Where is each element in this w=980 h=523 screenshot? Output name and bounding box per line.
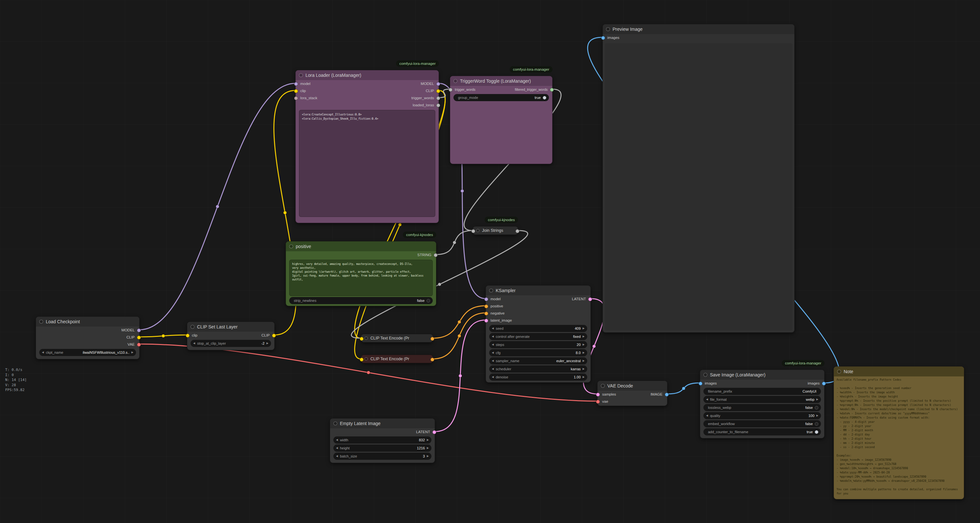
input-port-samples[interactable] (596, 393, 600, 396)
link-midpoint-dot[interactable] (682, 387, 685, 390)
collapse-toggle-icon[interactable] (606, 27, 610, 31)
prev-arrow-icon[interactable]: ◀ (492, 376, 494, 379)
link-midpoint-dot[interactable] (162, 334, 165, 338)
link-midpoint-dot[interactable] (459, 374, 462, 377)
node-header[interactable]: CLIP Text Encode (Pr (361, 334, 433, 342)
collapse-toggle-icon[interactable] (299, 73, 303, 77)
output-port-images[interactable] (822, 382, 826, 385)
next-arrow-icon[interactable]: ▶ (427, 447, 429, 449)
link-midpoint-dot[interactable] (458, 320, 461, 323)
collapse-toggle-icon[interactable] (39, 320, 43, 323)
next-arrow-icon[interactable]: ▶ (583, 352, 585, 354)
collapse-toggle-icon[interactable] (289, 244, 293, 248)
lora-text-widget[interactable]: <lora:CreateConcept_Illustrious:0.8> <lo… (299, 110, 435, 217)
prev-arrow-icon[interactable]: ◀ (492, 360, 494, 362)
output-port-string[interactable] (434, 253, 438, 257)
collapse-toggle-icon[interactable] (364, 357, 368, 361)
link-midpoint-dot[interactable] (438, 283, 441, 286)
toggle-indicator[interactable] (815, 430, 818, 434)
output-port-conditioning[interactable] (430, 337, 434, 341)
widget-strip-newlines[interactable]: strip_newlines false (289, 297, 433, 304)
next-arrow-icon[interactable]: ▶ (583, 327, 585, 330)
widget-sampler-name[interactable]: ◀ sampler_name euler_ancestral ▶ (489, 357, 587, 365)
node-header[interactable]: positive (286, 242, 436, 251)
widget-steps[interactable]: ◀ steps 20 ▶ (489, 341, 587, 348)
next-arrow-icon[interactable]: ▶ (583, 343, 585, 346)
widget-lossless-webp[interactable]: lossless_webp false (703, 404, 821, 411)
prompt-text-widget[interactable]: highres, very detailed, amazing quality,… (289, 260, 433, 296)
node-header[interactable]: CLIP Text Encode (Pr (361, 355, 433, 363)
input-port-clip[interactable] (186, 334, 189, 338)
prev-arrow-icon[interactable]: ◀ (42, 351, 44, 354)
next-arrow-icon[interactable]: ▶ (583, 335, 585, 338)
prev-arrow-icon[interactable]: ◀ (492, 327, 494, 330)
node-clip-text-encode-positive[interactable]: CLIP Text Encode (Pr (361, 334, 433, 342)
node-triggerword-toggle[interactable]: TriggerWord Toggle (LoraManager) trigger… (450, 76, 552, 164)
node-save-image[interactable]: Save Image (LoraManager) images images f… (700, 369, 824, 438)
output-port-vae[interactable] (137, 343, 141, 347)
widget-width[interactable]: ◀ width 832 ▶ (333, 436, 431, 444)
node-header[interactable]: Note (834, 367, 964, 376)
node-header[interactable]: Preview Image (603, 24, 794, 34)
collapse-toggle-icon[interactable] (364, 336, 368, 340)
next-arrow-icon[interactable]: ▶ (583, 360, 585, 362)
next-arrow-icon[interactable]: ▶ (816, 414, 818, 417)
output-port-trigger-words[interactable] (436, 96, 440, 100)
node-empty-latent-image[interactable]: Empty Latent Image LATENT ◀ width 832 ▶ … (330, 418, 435, 463)
collapse-toggle-icon[interactable] (453, 79, 457, 83)
widget-cfg[interactable]: ◀ cfg 8.0 ▶ (489, 349, 587, 357)
prev-arrow-icon[interactable]: ◀ (706, 414, 708, 417)
node-note[interactable]: Note Available filename_prefix Pattern C… (834, 366, 964, 499)
widget-denoise[interactable]: ◀ denoise 1.00 ▶ (489, 374, 587, 381)
next-arrow-icon[interactable]: ▶ (427, 439, 429, 441)
output-port-clip[interactable] (272, 334, 276, 338)
link-midpoint-dot[interactable] (283, 211, 286, 214)
collapse-toggle-icon[interactable] (333, 422, 337, 425)
output-port-joined-string[interactable] (515, 229, 519, 233)
prev-arrow-icon[interactable]: ◀ (492, 343, 494, 346)
prev-arrow-icon[interactable]: ◀ (492, 368, 494, 370)
node-clip-text-encode-negative[interactable]: CLIP Text Encode (Pr (361, 355, 433, 363)
node-header[interactable]: VAE Decode (598, 381, 667, 391)
link-midpoint-dot[interactable] (453, 241, 456, 244)
widget-quality[interactable]: ◀ quality 100 ▶ (703, 412, 821, 419)
widget-batch-size[interactable]: ◀ batch_size 3 ▶ (333, 453, 431, 460)
prev-arrow-icon[interactable]: ◀ (492, 335, 494, 338)
output-port-clip[interactable] (436, 89, 440, 93)
next-arrow-icon[interactable]: ▶ (267, 342, 269, 345)
input-port-clip[interactable] (294, 89, 298, 93)
widget-ckpt-name[interactable]: ◀ ckpt_name ilwaiNSFWIllustrious_v110.s.… (39, 349, 136, 356)
output-port-model[interactable] (436, 82, 440, 86)
note-text-widget[interactable]: Available filename_prefix Pattern Codes … (837, 378, 961, 496)
input-port-strings[interactable] (471, 229, 475, 233)
output-port-model[interactable] (137, 328, 141, 332)
widget-stop-at-clip-layer[interactable]: ◀ stop_at_clip_layer -2 ▶ (191, 340, 271, 347)
link-midpoint-dot[interactable] (367, 371, 370, 374)
input-port-model[interactable] (484, 297, 488, 301)
collapse-toggle-icon[interactable] (837, 369, 841, 374)
link-midpoint-dot[interactable] (461, 189, 464, 193)
collapse-toggle-icon[interactable] (601, 384, 605, 388)
next-arrow-icon[interactable]: ▶ (583, 376, 585, 379)
widget-group-mode[interactable]: group_mode true (453, 94, 549, 101)
collapse-toggle-icon[interactable] (489, 288, 493, 292)
node-clip-set-last-layer[interactable]: CLIP Set Last Layer clip CLIP ◀ stop_at_… (187, 322, 275, 350)
link-midpoint-dot[interactable] (592, 345, 596, 348)
node-header[interactable]: Empty Latent Image (330, 418, 435, 428)
node-ksampler[interactable]: KSampler model LATENT positive negative … (485, 285, 591, 383)
node-lora-loader[interactable]: Lora Loader (LoraManager) model MODEL cl… (295, 70, 439, 223)
widget-height[interactable]: ◀ height 1216 ▶ (333, 445, 431, 452)
collapse-toggle-icon[interactable] (191, 325, 194, 329)
prev-arrow-icon[interactable]: ◀ (336, 447, 338, 449)
toggle-indicator[interactable] (543, 96, 546, 100)
next-arrow-icon[interactable]: ▶ (816, 398, 818, 401)
node-header[interactable]: TriggerWord Toggle (LoraManager) (450, 76, 552, 86)
input-port-positive[interactable] (484, 304, 488, 308)
output-port-image[interactable] (665, 393, 669, 396)
input-port-clip[interactable] (360, 358, 364, 361)
node-positive-prompt[interactable]: positive STRING highres, very detailed, … (286, 241, 436, 306)
widget-seed[interactable]: ◀ seed 409 ▶ (489, 325, 587, 332)
output-port-clip[interactable] (137, 336, 141, 339)
link-midpoint-dot[interactable] (398, 223, 401, 226)
node-join-strings[interactable]: Join Strings (473, 226, 518, 235)
